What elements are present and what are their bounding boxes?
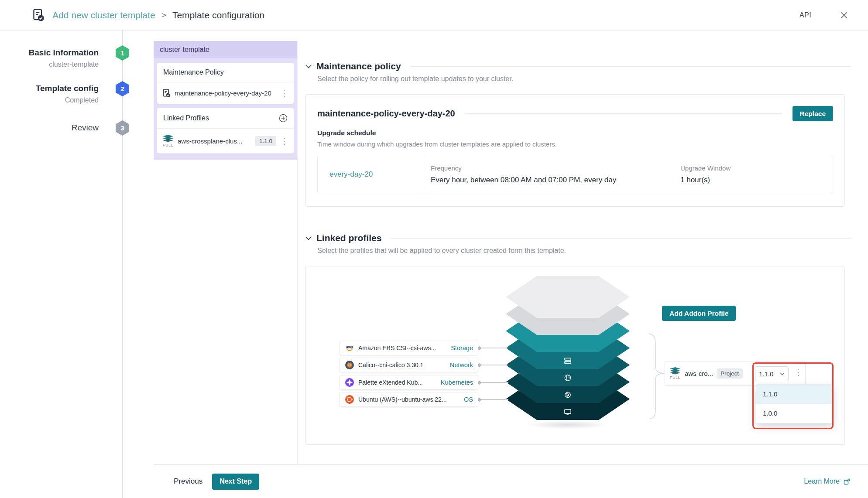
pack-name: Ubuntu (AWS)--ubuntu-aws 22... [358, 396, 460, 403]
section-rule [410, 66, 851, 67]
pack-category: Network [450, 362, 473, 368]
upgrade-schedule-row: every-day-20 Frequency Every hour, betwe… [317, 156, 833, 193]
api-button[interactable]: API [799, 11, 811, 19]
palette-icon [345, 378, 354, 387]
template-config-content: Maintenance policy Select the policy for… [298, 41, 868, 464]
learn-more-link[interactable]: Learn More [804, 478, 851, 485]
step-subtitle: cluster-template [29, 61, 99, 68]
tree-maintenance-policy-card: Maintenance Policy maintenance-policy-ev… [157, 63, 294, 104]
version-select[interactable]: 1.1.0 [755, 366, 789, 381]
pack-row-kubernetes[interactable]: Palette eXtended Kub... Kubernetes [340, 375, 478, 390]
breadcrumb: Add new cluster template > Template conf… [32, 8, 264, 22]
policy-item-name: maintenance-policy-every-day-20 [175, 89, 276, 97]
learn-more-label: Learn More [804, 478, 840, 485]
add-profile-plus-icon[interactable] [279, 114, 288, 123]
pack-name: Amazon EBS CSI--csi-aws... [358, 345, 447, 351]
kebab-menu-icon[interactable]: ⋮ [794, 368, 803, 376]
profile-layer-stack [506, 266, 630, 432]
section-title: Linked profiles [316, 233, 381, 243]
top-bar-actions: API [799, 10, 849, 20]
frequency-value: Every hour, between 08:00 AM and 07:00 P… [431, 176, 680, 184]
step-review[interactable]: Review [72, 123, 99, 133]
pack-category: Storage [451, 345, 473, 351]
scope-badge: Project [717, 368, 743, 379]
tree-panel-title: cluster-template [154, 41, 297, 58]
upgrade-schedule-description: Time window during which upgrades from c… [317, 140, 833, 148]
next-step-button[interactable]: Next Step [212, 474, 259, 490]
close-icon[interactable] [839, 10, 849, 20]
profile-item-name: aws-crossplane-clus... [178, 137, 251, 145]
workspace-main: cluster-template Maintenance Policy main… [123, 31, 868, 464]
external-link-icon [843, 478, 851, 485]
section-title: Maintenance policy [316, 61, 401, 72]
wizard-footer: Previous Next Step Learn More [154, 464, 868, 498]
replace-button[interactable]: Replace [793, 106, 833, 121]
add-addon-profile-button[interactable]: Add Addon Profile [662, 306, 736, 321]
policy-name-title: maintenance-policy-every-day-20 [317, 109, 455, 119]
chevron-down-icon[interactable] [305, 236, 312, 240]
maintenance-policy-section: Maintenance policy Select the policy for… [305, 61, 851, 207]
section-rule [391, 238, 851, 239]
section-subtitle: Select the profiles that will be applied… [317, 247, 851, 255]
version-option-1-0-0[interactable]: 1.0.0 [756, 404, 833, 423]
section-subtitle: Select the policy for rolling out templa… [317, 75, 851, 83]
monitor-icon [564, 408, 572, 416]
full-profile-caption: FULL [163, 143, 173, 147]
cluster-template-panel: cluster-template Maintenance Policy main… [154, 41, 297, 160]
breadcrumb-current-page: Template configuration [172, 10, 264, 20]
tree-maintenance-policy-header: Maintenance Policy [157, 63, 294, 82]
helm-wheel-icon [564, 391, 572, 399]
step-title: Basic Information [29, 48, 99, 58]
full-profile-icon: FULL [162, 135, 174, 147]
step-template-config[interactable]: Template config Completed [36, 84, 99, 104]
chevron-down-icon[interactable] [305, 65, 312, 68]
pack-connector-line [479, 348, 508, 348]
policy-title-row: maintenance-policy-every-day-20 Replace [317, 106, 833, 121]
pack-category: OS [464, 396, 473, 403]
previous-button[interactable]: Previous [168, 473, 209, 490]
ubuntu-icon [345, 395, 354, 404]
kebab-menu-icon[interactable]: ⋮ [280, 137, 288, 145]
tree-profile-item[interactable]: FULL aws-crossplane-clus... 1.1.0 ⋮ [157, 129, 294, 153]
step-basic-information[interactable]: Basic Information cluster-template [29, 48, 99, 68]
pack-name: Calico--cni-calico 3.30.1 [358, 362, 446, 368]
linked-profiles-section: Linked profiles Select the profiles that… [305, 233, 851, 445]
tree-maintenance-policy-item[interactable]: maintenance-policy-every-day-20 ⋮ [157, 82, 294, 104]
pack-row-network[interactable]: Calico--cni-calico 3.30.1 Network [340, 358, 478, 372]
aws-icon: aws [345, 343, 354, 353]
workspace: cluster-template Maintenance Policy main… [123, 31, 868, 498]
version-dropdown-menu: 1.1.0 1.0.0 [756, 384, 833, 423]
step-title: Review [72, 123, 99, 133]
app-window: Add new cluster template > Template conf… [0, 0, 868, 498]
globe-icon [564, 374, 572, 382]
upgrade-schedule-title: Upgrade schedule [317, 129, 833, 137]
pack-connector-line [479, 365, 508, 365]
full-profile-caption: FULL [670, 375, 680, 380]
frequency-label: Frequency [431, 164, 680, 172]
pack-connector-line [479, 382, 508, 383]
linked-profiles-section-head: Linked profiles [305, 233, 851, 243]
addon-profile-card[interactable]: FULL aws-cro... Project 1.1.0 [665, 362, 806, 385]
linked-profiles-card: aws Amazon EBS CSI--csi-aws... Storage C… [305, 266, 845, 445]
chevron-down-icon [780, 372, 785, 375]
breadcrumb-add-new-cluster-template[interactable]: Add new cluster template [52, 10, 155, 20]
cluster-template-doc-icon [32, 8, 45, 22]
upgrade-window-value: 1 hour(s) [680, 176, 833, 184]
pack-row-os[interactable]: Ubuntu (AWS)--ubuntu-aws 22... OS [340, 392, 478, 407]
step-title: Template config [36, 84, 99, 93]
version-option-1-1-0[interactable]: 1.1.0 [756, 385, 833, 404]
policy-title-rule [466, 113, 782, 114]
svg-text:aws: aws [346, 345, 353, 349]
tree-linked-profiles-card: Linked Profiles FULL aws-cross [157, 108, 294, 153]
kebab-menu-icon[interactable]: ⋮ [280, 89, 288, 97]
breadcrumb-separator: > [161, 10, 166, 20]
tree-linked-profiles-header: Linked Profiles [157, 108, 294, 129]
pack-connector-line [479, 399, 508, 400]
upgrade-window-label: Upgrade Window [680, 164, 833, 172]
pack-name: Palette eXtended Kub... [358, 379, 437, 386]
upgrade-window-cell: Upgrade Window 1 hour(s) [680, 156, 833, 193]
pack-category: Kubernetes [441, 379, 473, 386]
stack-to-addon-bracket [645, 333, 667, 420]
pack-row-storage[interactable]: aws Amazon EBS CSI--csi-aws... Storage [340, 341, 478, 355]
maintenance-policy-card: maintenance-policy-every-day-20 Replace … [305, 94, 845, 207]
